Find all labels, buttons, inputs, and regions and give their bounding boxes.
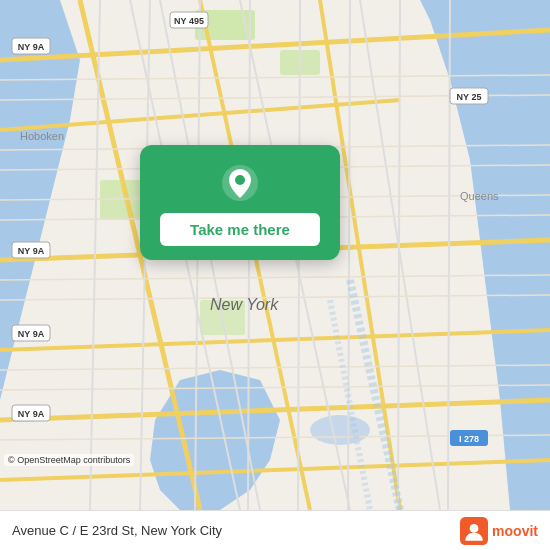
svg-text:New York: New York <box>210 296 279 313</box>
svg-text:NY 9A: NY 9A <box>18 246 45 256</box>
location-label: Avenue C / E 23rd St, New York City <box>12 523 222 538</box>
moovit-logo-icon <box>460 517 488 545</box>
svg-point-63 <box>470 524 479 533</box>
svg-text:NY 495: NY 495 <box>174 16 204 26</box>
svg-point-4 <box>310 415 370 445</box>
svg-text:NY 9A: NY 9A <box>18 42 45 52</box>
destination-card: Take me there <box>140 145 340 260</box>
moovit-text: moovit <box>492 523 538 539</box>
take-me-there-container: Take me there <box>140 145 340 260</box>
take-me-there-button[interactable]: Take me there <box>160 213 320 246</box>
svg-text:I 278: I 278 <box>459 434 479 444</box>
svg-text:NY 9A: NY 9A <box>18 329 45 339</box>
moovit-logo: moovit <box>460 517 538 545</box>
location-pin-icon <box>220 163 260 203</box>
svg-text:Hoboken: Hoboken <box>20 130 64 142</box>
map-container: NY 9A NY 9A NY 9A NY 9A NY 495 NY 25 I 2… <box>0 0 550 510</box>
svg-text:NY 9A: NY 9A <box>18 409 45 419</box>
osm-attribution: © OpenStreetMap contributors <box>4 454 134 466</box>
bottom-bar: Avenue C / E 23rd St, New York City moov… <box>0 510 550 550</box>
svg-text:Queens: Queens <box>460 190 499 202</box>
svg-point-61 <box>235 175 245 185</box>
svg-text:NY 25: NY 25 <box>457 92 482 102</box>
